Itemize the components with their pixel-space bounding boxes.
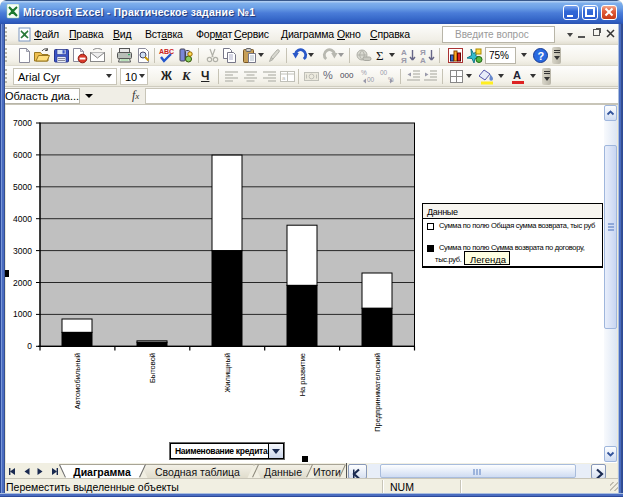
svg-text:На развитие: На развитие <box>298 353 307 396</box>
svg-text:3000: 3000 <box>13 246 32 256</box>
svg-text:%: % <box>361 69 367 76</box>
svg-text:Предпринимательский: Предпринимательский <box>373 353 382 432</box>
svg-text:Бытовой: Бытовой <box>148 353 157 383</box>
svg-text:00: 00 <box>380 69 388 76</box>
svg-text:5000: 5000 <box>13 182 32 192</box>
svg-text:7000: 7000 <box>13 118 32 128</box>
svg-text:4000: 4000 <box>13 214 32 224</box>
svg-text:А: А <box>420 56 426 64</box>
svg-text:ABC: ABC <box>159 48 174 55</box>
svg-text:6000: 6000 <box>13 150 32 160</box>
svg-text:Σ: Σ <box>376 48 384 63</box>
svg-text:1000: 1000 <box>13 309 32 319</box>
svg-text:2000: 2000 <box>13 278 32 288</box>
svg-text:Жилищный: Жилищный <box>223 353 232 393</box>
svg-text:0: 0 <box>27 341 32 351</box>
svg-text:00: 00 <box>367 76 375 83</box>
svg-text:?: ? <box>538 50 545 62</box>
svg-text:Я: Я <box>401 56 407 64</box>
svg-text:Автомобильный: Автомобильный <box>73 353 82 409</box>
